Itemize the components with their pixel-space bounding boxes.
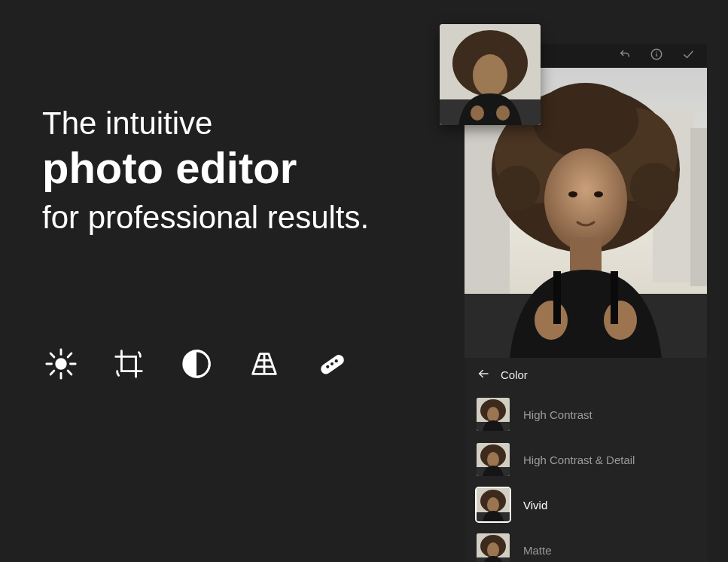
- preset-label: High Contrast: [523, 408, 592, 421]
- healing-icon: [313, 345, 351, 383]
- svg-point-48: [487, 452, 499, 467]
- marketing-copy: The intuitive photo editor for professio…: [42, 105, 396, 237]
- svg-line-5: [50, 353, 54, 357]
- svg-point-56: [487, 542, 499, 557]
- svg-point-62: [496, 105, 510, 121]
- preset-thumbnail: [477, 398, 510, 431]
- svg-line-8: [68, 353, 72, 357]
- info-icon[interactable]: [650, 47, 663, 64]
- editor-panel: Color High ContrastHigh Contrast & Detai…: [465, 358, 707, 562]
- headline-line3: for professional results.: [42, 198, 396, 238]
- preset-item[interactable]: High Contrast: [465, 392, 707, 437]
- check-icon[interactable]: [681, 47, 695, 64]
- svg-point-30: [495, 166, 540, 211]
- perspective-icon: [245, 345, 283, 383]
- svg-point-29: [533, 83, 638, 158]
- preset-label: Matte: [523, 544, 552, 557]
- svg-rect-37: [611, 271, 618, 324]
- svg-line-7: [50, 371, 54, 374]
- preset-list: High ContrastHigh Contrast & DetailVivid…: [465, 392, 707, 562]
- svg-rect-24: [690, 128, 707, 286]
- svg-point-20: [656, 51, 657, 53]
- svg-point-17: [335, 359, 338, 362]
- back-arrow-icon[interactable]: [477, 367, 490, 383]
- svg-point-0: [55, 358, 66, 369]
- svg-point-34: [535, 301, 568, 340]
- lens-icon: [178, 345, 215, 383]
- preset-thumbnail: [477, 488, 510, 521]
- brightness-icon: [42, 345, 80, 383]
- tool-row: [42, 345, 351, 383]
- preset-thumbnail: [477, 443, 510, 476]
- undo-icon[interactable]: [618, 47, 632, 64]
- preset-label: Vivid: [523, 499, 547, 512]
- headline-line2: photo editor: [42, 143, 396, 194]
- before-thumbnail: [440, 24, 541, 125]
- svg-rect-33: [570, 237, 602, 271]
- panel-header[interactable]: Color: [465, 358, 707, 392]
- svg-point-44: [487, 407, 499, 422]
- preset-item[interactable]: Vivid: [465, 482, 707, 527]
- svg-point-61: [471, 105, 484, 121]
- svg-point-16: [330, 362, 334, 365]
- preset-item[interactable]: Matte: [465, 527, 707, 562]
- crop-icon: [110, 345, 148, 383]
- svg-point-39: [594, 191, 603, 197]
- svg-rect-36: [553, 271, 561, 324]
- preset-thumbnail: [477, 533, 510, 562]
- svg-point-32: [544, 148, 627, 251]
- panel-title: Color: [501, 368, 528, 381]
- svg-point-60: [473, 54, 507, 96]
- svg-point-35: [604, 301, 637, 340]
- svg-point-15: [326, 365, 329, 368]
- svg-point-52: [487, 497, 499, 512]
- svg-point-38: [568, 191, 577, 197]
- preset-label: High Contrast & Detail: [523, 454, 635, 466]
- svg-line-6: [68, 371, 72, 374]
- preset-item[interactable]: High Contrast & Detail: [465, 437, 707, 482]
- svg-point-31: [630, 163, 678, 211]
- headline-line1: The intuitive: [42, 105, 396, 142]
